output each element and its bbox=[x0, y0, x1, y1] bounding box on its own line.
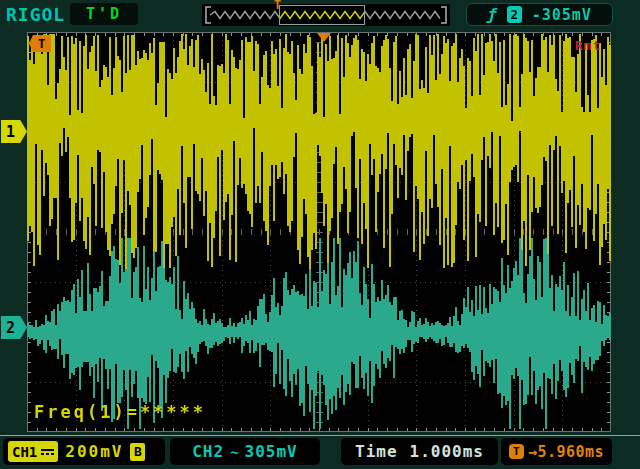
bandwidth-limit-badge: B bbox=[130, 443, 145, 461]
timebase-box: Time 1.000ms bbox=[341, 438, 498, 465]
trigger-source-badge: 2 bbox=[507, 6, 522, 23]
trigger-level-tag: T bbox=[29, 35, 51, 52]
edge-trigger-icon: ƒ bbox=[487, 7, 497, 23]
trigger-position-marker-icon bbox=[317, 33, 331, 42]
trigger-info-box: ƒ 2 -305mV bbox=[466, 3, 613, 26]
ch2-status-box: CH2 ~ 305mV bbox=[170, 438, 320, 465]
time-label: Time bbox=[355, 442, 398, 461]
ac-coupling-icon: ~ bbox=[230, 444, 238, 460]
ch1-active-pill: CH1 bbox=[8, 441, 58, 462]
waveform-display bbox=[27, 32, 611, 432]
preview-trigger-marker: T bbox=[274, 0, 281, 10]
ch2-label: CH2 bbox=[192, 442, 224, 461]
trigger-offset-value: →5.960ms bbox=[528, 443, 604, 461]
ch2-position-marker: 2 bbox=[1, 316, 27, 339]
trigger-status-label: T'D bbox=[86, 5, 122, 23]
bottom-separator bbox=[0, 435, 640, 436]
dc-coupling-icon bbox=[41, 449, 54, 455]
waveform-preview-bar: T bbox=[202, 4, 450, 26]
graticule: T Rmt Freq(1)=***** bbox=[27, 32, 611, 432]
ch1-status-box: CH1 200mV B bbox=[3, 438, 165, 465]
ch1-label: CH1 bbox=[12, 444, 37, 460]
ch1-scale-value: 200mV bbox=[65, 442, 123, 461]
oscilloscope-screen: RIGOL T'D T ƒ 2 -305mV T Rmt Freq(1)=***… bbox=[0, 0, 640, 469]
frequency-readout: Freq(1)=***** bbox=[34, 402, 206, 422]
time-value: 1.000ms bbox=[410, 442, 484, 461]
waveform-preview-canvas bbox=[202, 4, 450, 26]
ch1-position-marker: 1 bbox=[1, 120, 27, 143]
trigger-level-value: -305mV bbox=[532, 6, 592, 24]
trigger-status-box: T'D bbox=[70, 3, 138, 25]
remote-indicator: Rmt bbox=[575, 38, 601, 53]
trigger-offset-tag: T bbox=[509, 444, 524, 459]
brand-logo: RIGOL bbox=[6, 4, 65, 25]
trigger-offset-box: T →5.960ms bbox=[501, 438, 612, 465]
ch2-scale-value: 305mV bbox=[245, 442, 298, 461]
